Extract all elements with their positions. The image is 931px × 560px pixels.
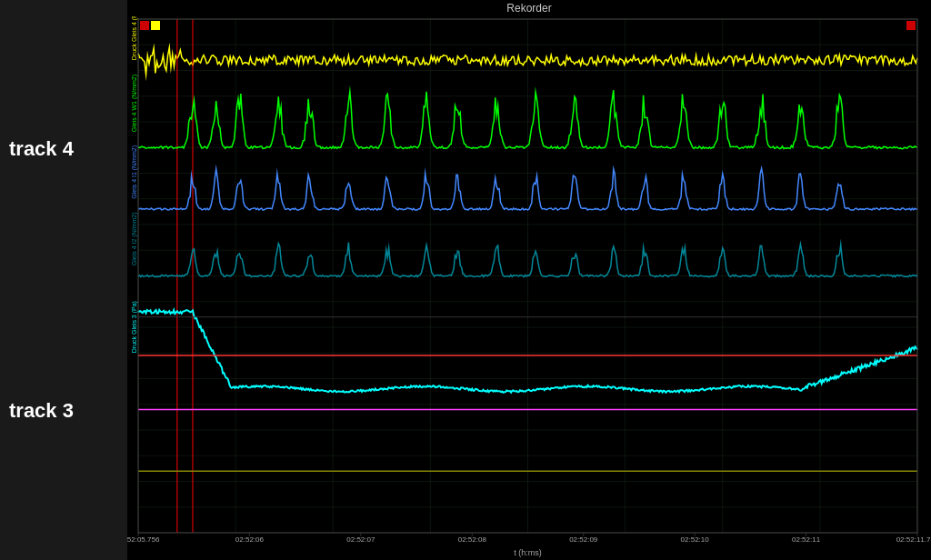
chart-canvas-wrapper (127, 15, 931, 560)
track4-label: track 4 (9, 137, 118, 161)
chart-area: Rekorder (127, 0, 931, 560)
left-panel: track 4 track 3 (0, 0, 127, 560)
chart-title: Rekorder (127, 0, 931, 16)
main-chart-canvas (127, 15, 931, 560)
main-container: track 4 track 3 Rekorder (0, 0, 931, 560)
track3-label: track 3 (9, 399, 118, 423)
